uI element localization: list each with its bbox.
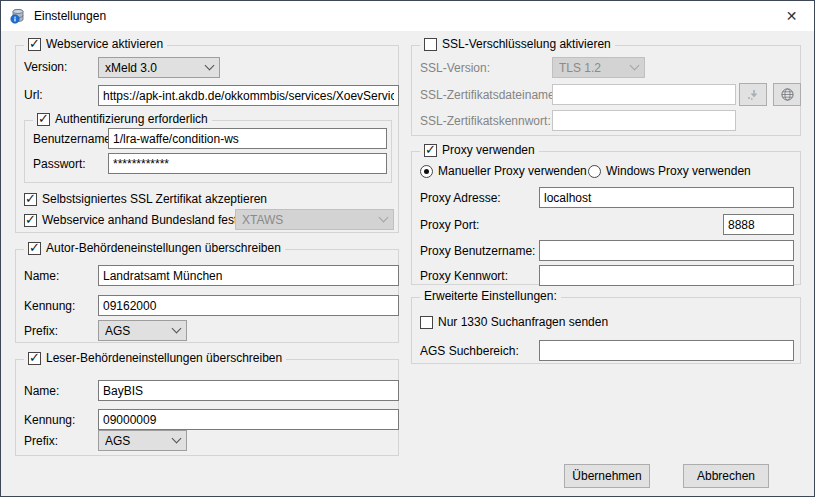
ssl-cert-password-label: SSL-Zertifikatskennwort:	[420, 114, 551, 128]
windows-proxy-label[interactable]: Windows Proxy verwenden	[606, 164, 751, 178]
autor-kennung-label: Kennung:	[24, 299, 75, 313]
ssl-cert-password-input	[552, 110, 736, 131]
ssl-cert-file-label: SSL-Zertifikatsdateiname:	[420, 88, 558, 102]
proxy-address-input[interactable]	[539, 187, 794, 208]
ssl-version-select: TLS 1.2	[552, 57, 645, 78]
windows-proxy-radio[interactable]	[588, 165, 601, 178]
chevron-down-icon	[172, 324, 182, 334]
proxy-address-label: Proxy Adresse:	[420, 191, 501, 205]
autor-prefix-value: AGS	[105, 324, 173, 338]
proxy-password-input[interactable]	[539, 265, 794, 286]
leser-override-checkbox[interactable]	[28, 352, 41, 365]
auth-group: Authentifizierung erforderlich Benutzern…	[24, 120, 392, 183]
proxy-group-label[interactable]: Proxy verwenden	[442, 143, 535, 157]
titlebar: Einstellungen ✕	[1, 1, 814, 31]
import-arrow-icon	[746, 88, 760, 102]
url-input[interactable]	[98, 85, 399, 106]
username-label: Benutzername:	[33, 132, 114, 146]
autor-kennung-input[interactable]	[98, 295, 399, 316]
nur-1330-checkbox[interactable]	[420, 316, 433, 329]
manual-proxy-radio[interactable]	[420, 165, 433, 178]
leser-prefix-label: Prefix:	[24, 434, 58, 448]
certificate-globe-button[interactable]	[773, 83, 801, 106]
autor-prefix-label: Prefix:	[24, 324, 58, 338]
autor-group-label[interactable]: Autor-Behördeneinstellungen überschreibe…	[46, 241, 281, 255]
autor-override-checkbox[interactable]	[28, 242, 41, 255]
ags-suchbereich-input[interactable]	[539, 340, 794, 361]
proxy-port-label: Proxy Port:	[420, 218, 479, 232]
ags-suchbereich-label: AGS Suchbereich:	[420, 344, 519, 358]
apply-button[interactable]: Übernehmen	[564, 464, 650, 488]
leser-group-label[interactable]: Leser-Behördeneinstellungen überschreibe…	[46, 351, 282, 365]
autor-group: Autor-Behördeneinstellungen überschreibe…	[15, 249, 399, 343]
bundesland-checkbox[interactable]	[24, 214, 37, 227]
window-title: Einstellungen	[34, 9, 106, 23]
autor-prefix-select[interactable]: AGS	[98, 320, 187, 341]
webservice-enabled-checkbox[interactable]	[28, 38, 41, 51]
leser-prefix-select[interactable]: AGS	[98, 430, 187, 451]
chevron-down-icon	[172, 434, 182, 444]
cancel-button[interactable]: Abbrechen	[683, 464, 769, 488]
advanced-group: Erweiterte Einstellungen: Nur 1330 Sucha…	[411, 297, 801, 364]
leser-name-label: Name:	[24, 384, 59, 398]
ssl-group: SSL-Verschlüsselung aktivieren SSL-Versi…	[411, 45, 801, 136]
ssl-cert-file-input	[552, 84, 736, 105]
proxy-username-label: Proxy Benutzername:	[420, 244, 535, 258]
leser-prefix-value: AGS	[105, 434, 173, 448]
leser-kennung-input[interactable]	[98, 409, 399, 430]
proxy-group: Proxy verwenden Manueller Proxy verwende…	[411, 151, 801, 285]
auth-group-label[interactable]: Authentifizierung erforderlich	[55, 112, 208, 126]
ssl-enabled-checkbox[interactable]	[424, 38, 437, 51]
password-input[interactable]	[108, 153, 387, 174]
self-signed-label[interactable]: Selbstsigniertes SSL Zertifikat akzeptie…	[42, 192, 267, 206]
close-button[interactable]: ✕	[769, 1, 814, 30]
advanced-group-label: Erweiterte Einstellungen:	[424, 289, 557, 303]
auth-required-checkbox[interactable]	[37, 113, 50, 126]
leser-name-input[interactable]	[98, 380, 399, 401]
bundesland-value: XTAWS	[242, 213, 380, 227]
proxy-password-label: Proxy Kennwort:	[420, 269, 508, 283]
globe-icon	[780, 87, 795, 102]
settings-dialog: Einstellungen ✕ Webservice aktivieren Ve…	[0, 0, 815, 497]
app-icon	[10, 8, 26, 24]
bundesland-select: XTAWS	[235, 209, 394, 230]
version-select[interactable]: xMeld 3.0	[98, 57, 220, 78]
ssl-version-value: TLS 1.2	[559, 61, 631, 75]
version-label: Version:	[24, 60, 67, 74]
proxy-port-input[interactable]	[723, 214, 794, 235]
browse-certificate-button	[739, 83, 767, 106]
nur-1330-label[interactable]: Nur 1330 Suchanfragen senden	[438, 315, 608, 329]
leser-group: Leser-Behördeneinstellungen überschreibe…	[15, 359, 399, 456]
webservice-group: Webservice aktivieren Version: xMeld 3.0…	[15, 45, 399, 233]
ssl-version-label: SSL-Version:	[420, 61, 490, 75]
webservice-group-label[interactable]: Webservice aktivieren	[46, 37, 163, 51]
autor-name-label: Name:	[24, 269, 59, 283]
version-value: xMeld 3.0	[105, 61, 206, 75]
bundesland-label[interactable]: Webservice anhand Bundesland festlegen	[42, 213, 267, 227]
password-label: Passwort:	[33, 157, 86, 171]
manual-proxy-label[interactable]: Manueller Proxy verwenden	[438, 164, 587, 178]
ssl-group-label[interactable]: SSL-Verschlüsselung aktivieren	[442, 37, 611, 51]
autor-name-input[interactable]	[98, 265, 399, 286]
proxy-enabled-checkbox[interactable]	[424, 144, 437, 157]
chevron-down-icon	[379, 213, 389, 223]
chevron-down-icon	[205, 61, 215, 71]
chevron-down-icon	[630, 61, 640, 71]
url-label: Url:	[24, 88, 43, 102]
self-signed-checkbox[interactable]	[24, 193, 37, 206]
leser-kennung-label: Kennung:	[24, 413, 75, 427]
username-input[interactable]	[108, 128, 387, 149]
proxy-username-input[interactable]	[539, 240, 794, 261]
